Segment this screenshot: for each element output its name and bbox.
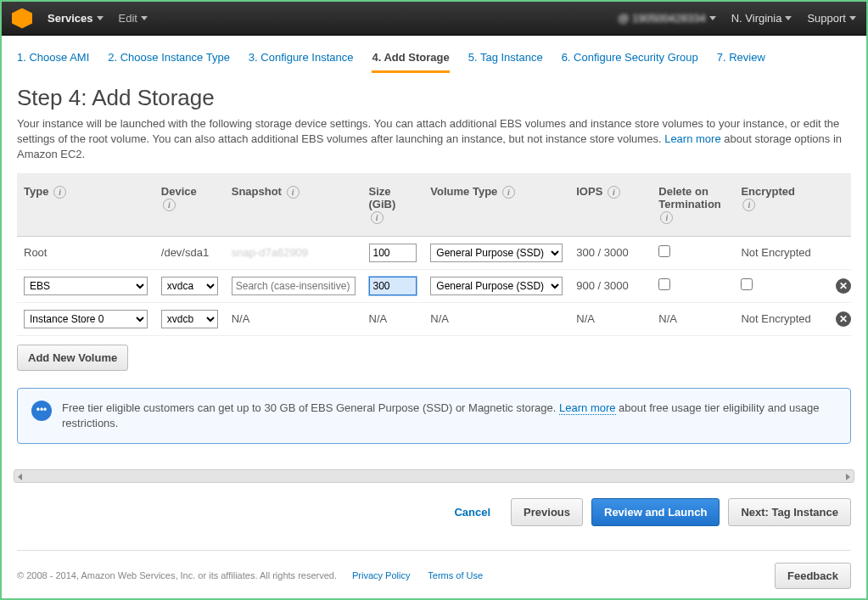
iops-text: 900 / 3000	[569, 269, 652, 302]
chevron-down-icon	[849, 16, 856, 20]
info-icon[interactable]: i	[660, 211, 673, 224]
type-text: Root	[17, 236, 154, 269]
col-delete: Delete on Termination	[658, 185, 720, 210]
snapshot-text: snap-d7a62909	[232, 246, 308, 259]
next-tag-instance-button[interactable]: Next: Tag Instance	[728, 498, 851, 526]
device-select[interactable]: xvdca	[161, 277, 218, 295]
services-menu[interactable]: Services	[48, 12, 104, 25]
info-icon[interactable]: i	[163, 199, 176, 211]
footer: © 2008 - 2014, Amazon Web Services, Inc.…	[17, 550, 851, 589]
step-configure-instance[interactable]: 3. Configure Instance	[249, 51, 354, 73]
table-row: Root /dev/sda1 snap-d7a62909 General Pur…	[17, 236, 851, 269]
volume-type-select[interactable]: General Purpose (SSD)	[430, 244, 563, 262]
topbar: Services Edit @ 190500428334 N. Virginia…	[2, 2, 866, 36]
size-input[interactable]	[369, 277, 417, 295]
add-new-volume-button[interactable]: Add New Volume	[17, 345, 128, 371]
wizard-steps: 1. Choose AMI 2. Choose Instance Type 3.…	[2, 36, 866, 81]
snapshot-text: N/A	[225, 302, 362, 335]
encrypted-text: Not Encrypted	[734, 236, 828, 269]
col-device: Device	[161, 185, 197, 198]
table-row: Instance Store 0 xvdcb N/A N/A N/A N/A N…	[17, 302, 851, 335]
region-menu[interactable]: N. Virginia	[731, 12, 792, 25]
info-icon[interactable]: i	[53, 186, 66, 199]
copyright-text: © 2008 - 2014, Amazon Web Services, Inc.…	[17, 570, 337, 580]
info-icon[interactable]: i	[287, 186, 300, 199]
chevron-down-icon	[785, 16, 792, 20]
col-type: Type	[24, 185, 48, 198]
chevron-down-icon	[97, 16, 104, 20]
volume-type-select[interactable]: General Purpose (SSD)	[430, 277, 563, 295]
size-text: N/A	[362, 302, 424, 335]
action-row: Cancel Previous Review and Launch Next: …	[2, 491, 866, 538]
col-size: Size (GiB)	[369, 185, 396, 210]
col-voltype: Volume Type	[430, 185, 497, 198]
delete-text: N/A	[652, 302, 734, 335]
col-iops: IOPS	[576, 185, 602, 198]
volume-type-text: N/A	[423, 302, 569, 335]
services-label: Services	[48, 12, 93, 25]
content: Step 4: Add Storage Your instance will b…	[2, 81, 866, 444]
chevron-down-icon	[709, 16, 716, 20]
info-icon[interactable]: i	[502, 186, 515, 199]
aws-logo-icon[interactable]	[12, 8, 32, 29]
step-choose-ami[interactable]: 1. Choose AMI	[17, 51, 89, 73]
step-review[interactable]: 7. Review	[717, 51, 765, 73]
region-label: N. Virginia	[731, 12, 782, 25]
iops-text: N/A	[569, 302, 652, 335]
page-description: Your instance will be launched with the …	[17, 116, 851, 163]
free-tier-info-box: ••• Free tier eligible customers can get…	[17, 388, 851, 444]
info-icon[interactable]: i	[608, 186, 620, 199]
feedback-button[interactable]: Feedback	[775, 563, 851, 589]
encrypted-checkbox[interactable]	[741, 278, 753, 290]
remove-row-button[interactable]: ✕	[836, 278, 851, 294]
encrypted-text: Not Encrypted	[734, 302, 828, 335]
info-icon[interactable]: i	[371, 211, 384, 224]
step-add-storage[interactable]: 4. Add Storage	[372, 51, 449, 73]
info-bubble-icon: •••	[31, 401, 52, 421]
col-encrypted: Encrypted	[741, 185, 795, 198]
support-menu[interactable]: Support	[807, 12, 856, 25]
type-select[interactable]: EBS	[24, 277, 148, 295]
device-select[interactable]: xvdcb	[161, 310, 218, 328]
edit-label: Edit	[119, 12, 137, 25]
device-text: /dev/sda1	[154, 236, 225, 269]
storage-table: Type i Devicei Snapshot i Size (GiB)i Vo…	[17, 173, 851, 336]
previous-button[interactable]: Previous	[511, 498, 583, 526]
size-input[interactable]	[369, 244, 417, 262]
page-title: Step 4: Add Storage	[17, 85, 851, 111]
learn-more-link[interactable]: Learn more	[559, 401, 615, 415]
horizontal-scrollbar[interactable]	[14, 469, 854, 483]
edit-menu[interactable]: Edit	[119, 12, 148, 25]
remove-row-button[interactable]: ✕	[836, 311, 851, 327]
terms-of-use-link[interactable]: Terms of Use	[428, 570, 483, 580]
support-label: Support	[807, 12, 846, 25]
step-configure-security-group[interactable]: 6. Configure Security Group	[562, 51, 698, 73]
table-row: EBS xvdca General Purpose (SSD) 900 / 30…	[17, 269, 851, 302]
delete-on-term-checkbox[interactable]	[658, 278, 670, 290]
privacy-policy-link[interactable]: Privacy Policy	[352, 570, 410, 580]
info-text: Free tier eligible customers can get up …	[62, 401, 559, 414]
step-tag-instance[interactable]: 5. Tag Instance	[468, 51, 543, 73]
learn-more-link[interactable]: Learn more	[664, 132, 720, 145]
step-choose-instance-type[interactable]: 2. Choose Instance Type	[108, 51, 230, 73]
type-select[interactable]: Instance Store 0	[24, 310, 148, 328]
snapshot-search-input[interactable]	[232, 277, 356, 295]
cancel-button[interactable]: Cancel	[442, 499, 502, 525]
iops-text: 300 / 3000	[569, 236, 652, 269]
account-label: @ 190500428334	[618, 12, 706, 25]
delete-on-term-checkbox[interactable]	[658, 245, 670, 257]
col-snapshot: Snapshot	[232, 185, 282, 198]
account-menu[interactable]: @ 190500428334	[618, 12, 716, 25]
info-icon[interactable]: i	[742, 199, 755, 211]
chevron-down-icon	[141, 16, 148, 20]
review-and-launch-button[interactable]: Review and Launch	[591, 498, 720, 526]
